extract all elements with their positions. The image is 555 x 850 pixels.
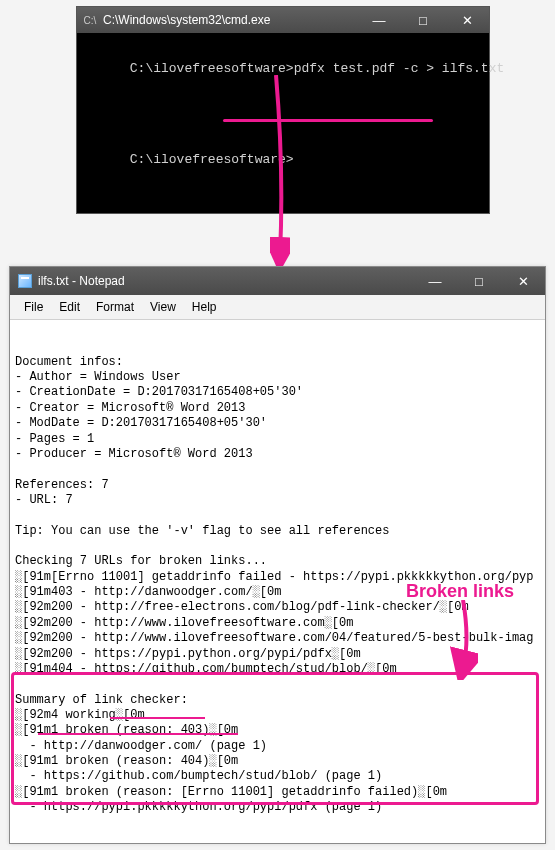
text-line: [15, 539, 540, 554]
text-line: ░[92m200 - https://pypi.python.org/pypi/…: [15, 647, 540, 662]
close-button[interactable]: ✕: [445, 7, 489, 33]
minimize-button[interactable]: —: [413, 267, 457, 295]
text-line: ░[92m200 - http://free-electrons.com/blo…: [15, 600, 540, 615]
text-line: ░[91m403 - http://danwoodger.com/░[0m: [15, 585, 540, 600]
cmd-line: C:\ilovefreesoftware>pdfx test.pdf -c > …: [83, 39, 483, 120]
text-line: ░[92m4 working░[0m: [15, 708, 540, 723]
text-line: References: 7: [15, 478, 540, 493]
notepad-body[interactable]: Document infos:- Author = Windows User- …: [10, 320, 545, 843]
text-line: ░[91m[Errno 11001] getaddrinfo failed - …: [15, 570, 540, 585]
cmd-prompt: C:\ilovefreesoftware>: [130, 61, 294, 76]
text-line: Document infos:: [15, 355, 540, 370]
text-line: ░[91m1 broken (reason: 403)░[0m: [15, 723, 540, 738]
command-underline-annotation: [223, 119, 433, 122]
text-line: - http://danwoodger.com/ (page 1): [15, 739, 540, 754]
cmd-window: C:\ C:\Windows\system32\cmd.exe — □ ✕ C:…: [76, 6, 490, 214]
text-line: - https://pypi.pkkkkkython.org/pypi/pdfx…: [15, 800, 540, 815]
text-line: ░[91m1 broken (reason: [Errno 11001] get…: [15, 785, 540, 800]
menu-help[interactable]: Help: [184, 298, 225, 316]
maximize-button[interactable]: □: [457, 267, 501, 295]
text-line: ░[91m404 - https://github.com/bumptech/s…: [15, 662, 540, 677]
window-controls: — □ ✕: [413, 267, 545, 295]
text-line: ░[91m1 broken (reason: 404)░[0m: [15, 754, 540, 769]
cmd-command: pdfx test.pdf -c > ilfs.txt: [294, 61, 505, 76]
cmd-body[interactable]: C:\ilovefreesoftware>pdfx test.pdf -c > …: [77, 33, 489, 213]
menu-file[interactable]: File: [16, 298, 51, 316]
notepad-window: ilfs.txt - Notepad — □ ✕ File Edit Forma…: [9, 266, 546, 844]
text-line: ░[92m200 - http://www.ilovefreesoftware.…: [15, 631, 540, 646]
cmd-title: C:\Windows\system32\cmd.exe: [103, 13, 357, 27]
menu-view[interactable]: View: [142, 298, 184, 316]
text-line: ░[92m200 - http://www.ilovefreesoftware.…: [15, 616, 540, 631]
cmd-line: C:\ilovefreesoftware>: [83, 130, 483, 190]
text-line: Checking 7 URLs for broken links...: [15, 554, 540, 569]
text-line: Summary of link checker:: [15, 693, 540, 708]
text-line: [15, 462, 540, 477]
text-line: - https://github.com/bumptech/stud/blob/…: [15, 769, 540, 784]
menu-edit[interactable]: Edit: [51, 298, 88, 316]
text-line: - Producer = Microsoft® Word 2013: [15, 447, 540, 462]
notepad-titlebar[interactable]: ilfs.txt - Notepad — □ ✕: [10, 267, 545, 295]
text-line: - Creator = Microsoft® Word 2013: [15, 401, 540, 416]
text-line: [15, 508, 540, 523]
notepad-menu: File Edit Format View Help: [10, 295, 545, 320]
text-line: - URL: 7: [15, 493, 540, 508]
text-line: Tip: You can use the '-v' flag to see al…: [15, 524, 540, 539]
minimize-button[interactable]: —: [357, 7, 401, 33]
close-button[interactable]: ✕: [501, 267, 545, 295]
notepad-title: ilfs.txt - Notepad: [38, 274, 413, 288]
text-line: - Pages = 1: [15, 432, 540, 447]
text-line: - Author = Windows User: [15, 370, 540, 385]
cmd-titlebar[interactable]: C:\ C:\Windows\system32\cmd.exe — □ ✕: [77, 7, 489, 33]
text-line: - CreationDate = D:20170317165408+05'30': [15, 385, 540, 400]
maximize-button[interactable]: □: [401, 7, 445, 33]
cmd-icon: C:\: [83, 13, 97, 27]
text-line: - ModDate = D:20170317165408+05'30': [15, 416, 540, 431]
text-line: [15, 677, 540, 692]
window-controls: — □ ✕: [357, 7, 489, 33]
notepad-icon: [18, 274, 32, 288]
menu-format[interactable]: Format: [88, 298, 142, 316]
cmd-prompt: C:\ilovefreesoftware>: [130, 152, 294, 167]
